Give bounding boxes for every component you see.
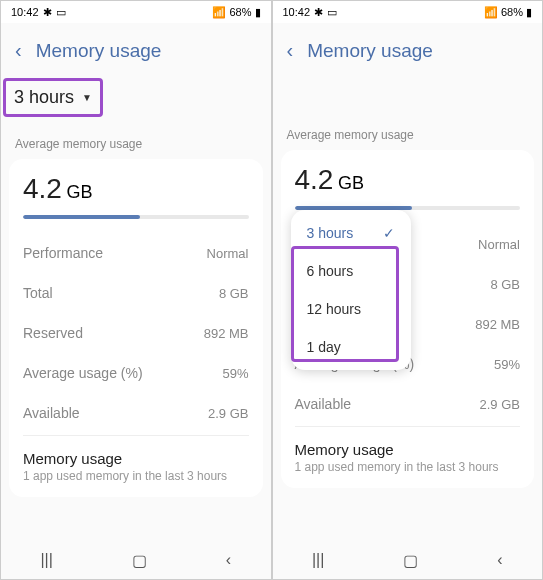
dropdown-item-3h[interactable]: 3 hours ✓: [291, 214, 411, 252]
period-dropdown: 3 hours ✓ 6 hours 12 hours 1 day: [291, 210, 411, 370]
memory-usage-title[interactable]: Memory usage: [23, 448, 249, 469]
status-notif-icon: ▭: [327, 6, 337, 19]
progress-bar: [23, 215, 249, 219]
status-chat-icon: ✱: [314, 6, 323, 19]
period-label: 3 hours: [14, 87, 74, 108]
status-time: 10:42: [11, 6, 39, 18]
nav-bar: ||| ▢ ‹: [1, 541, 271, 579]
avg-section-label: Average memory usage: [1, 131, 271, 159]
status-bar: 10:42 ✱ ▭ 📶 68% ▮: [273, 1, 543, 23]
phone-right: 10:42 ✱ ▭ 📶 68% ▮ ‹ Memory usage Average…: [272, 0, 544, 580]
status-battery: 68%: [501, 6, 523, 18]
nav-back[interactable]: ‹: [226, 551, 231, 569]
status-notif-icon: ▭: [56, 6, 66, 19]
chevron-down-icon: ▼: [82, 92, 92, 103]
avg-value: 4.2: [295, 164, 334, 195]
check-icon: ✓: [383, 225, 395, 241]
status-signal-icon: 📶: [484, 6, 498, 19]
row-reserved: Reserved 892 MB: [23, 313, 249, 353]
nav-bar: ||| ▢ ‹: [273, 541, 543, 579]
period-selector[interactable]: 3 hours ▼: [3, 78, 103, 117]
row-total: Total 8 GB: [23, 273, 249, 313]
memory-usage-title[interactable]: Memory usage: [295, 439, 521, 460]
back-icon[interactable]: ‹: [287, 39, 294, 62]
status-chat-icon: ✱: [43, 6, 52, 19]
page-title: Memory usage: [307, 40, 433, 62]
status-signal-icon: 📶: [212, 6, 226, 19]
nav-home[interactable]: ▢: [132, 551, 147, 570]
nav-home[interactable]: ▢: [403, 551, 418, 570]
dropdown-item-6h[interactable]: 6 hours: [291, 252, 411, 290]
header: ‹ Memory usage: [1, 23, 271, 74]
row-available: Available 2.9 GB: [295, 384, 521, 424]
memory-usage-subtitle: 1 app used memory in the last 3 hours: [295, 460, 521, 474]
memory-usage-subtitle: 1 app used memory in the last 3 hours: [23, 469, 249, 483]
avg-unit: GB: [66, 182, 92, 202]
row-avg-pct: Average usage (%) 59%: [23, 353, 249, 393]
row-performance: Performance Normal: [23, 233, 249, 273]
avg-unit: GB: [338, 173, 364, 193]
dropdown-item-1d[interactable]: 1 day: [291, 328, 411, 366]
dropdown-item-12h[interactable]: 12 hours: [291, 290, 411, 328]
row-available: Available 2.9 GB: [23, 393, 249, 433]
status-battery: 68%: [229, 6, 251, 18]
nav-recents[interactable]: |||: [40, 551, 52, 569]
avg-value: 4.2: [23, 173, 62, 204]
status-bar: 10:42 ✱ ▭ 📶 68% ▮: [1, 1, 271, 23]
battery-icon: ▮: [526, 6, 532, 19]
header: ‹ Memory usage: [273, 23, 543, 74]
status-time: 10:42: [283, 6, 311, 18]
avg-section-label: Average memory usage: [273, 122, 543, 150]
back-icon[interactable]: ‹: [15, 39, 22, 62]
nav-recents[interactable]: |||: [312, 551, 324, 569]
page-title: Memory usage: [36, 40, 162, 62]
battery-icon: ▮: [255, 6, 261, 19]
phone-left: 10:42 ✱ ▭ 📶 68% ▮ ‹ Memory usage 3 hours…: [0, 0, 272, 580]
memory-card: 4.2 GB Performance Normal Total 8 GB Res…: [9, 159, 263, 497]
nav-back[interactable]: ‹: [497, 551, 502, 569]
